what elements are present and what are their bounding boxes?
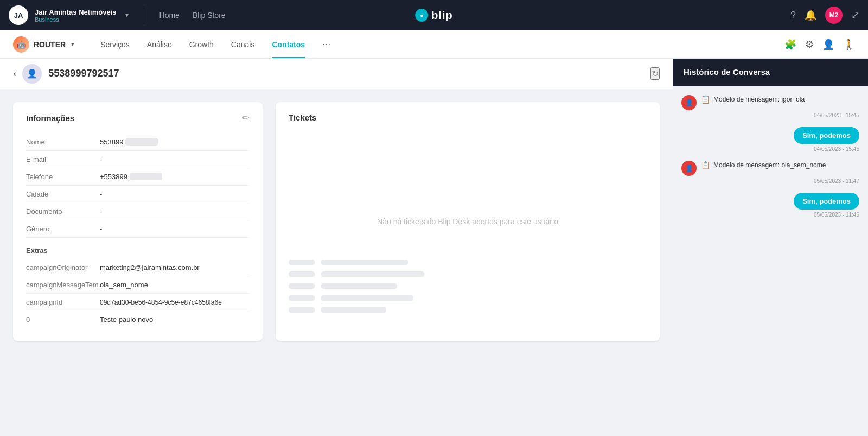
edit-button[interactable]: ✏ (242, 113, 250, 123)
info-card-title: Informações (26, 113, 74, 123)
label-cidade: Cidade (26, 190, 91, 198)
extras-row-3: 0 Teste paulo novo (26, 311, 250, 328)
info-card-header: Informações ✏ (26, 113, 250, 123)
main-area: ‹ 👤 5538999792517 ↻ Informações ✏ Nome 5… (0, 59, 673, 436)
skeleton-lg-5 (321, 307, 386, 313)
msg-avatar-2: 👤 (681, 161, 697, 176)
extras-label-1: campaignMessageTem… (26, 281, 91, 289)
help-button[interactable]: ? (790, 10, 796, 21)
label-genero: Gênero (26, 225, 91, 233)
msg-reply-1: Sim, podemos (794, 127, 859, 144)
blip-wordmark: blip (431, 9, 453, 22)
nome-blurred (125, 138, 158, 146)
top-nav-links: Home Blip Store (159, 11, 226, 20)
history-header: Histórico de Conversa (673, 59, 868, 86)
company-section: JA Jair Amintas Netimóveis Business ▾ Ho… (9, 5, 226, 25)
router-badge: 🤖 ROUTER ▾ (13, 36, 74, 53)
second-bar: 🤖 ROUTER ▾ Serviços Análise Growth Canai… (0, 30, 868, 59)
nav-link-blip-store[interactable]: Blip Store (193, 11, 226, 20)
template-label-2: Modelo de mensagem: ola_sem_nome (713, 161, 826, 169)
nav-item-canais[interactable]: Canais (231, 30, 255, 58)
skeleton-sm-2 (289, 271, 315, 277)
top-bar-right: ? 🔔 M2 ⤢ (790, 7, 859, 24)
nav-more-button[interactable]: ··· (322, 39, 330, 50)
skeleton-row-4 (289, 295, 647, 301)
router-icon: 🤖 (13, 36, 29, 53)
message-group-0: 👤 📋 Modelo de mensagem: igor_ola 04/05/2… (681, 95, 859, 118)
label-nome: Nome (26, 138, 91, 146)
skeleton-sm-1 (289, 260, 315, 265)
info-row-documento: Documento - (26, 203, 250, 220)
msg-reply-3: Sim, podemos (794, 193, 859, 210)
skeleton-sm-4 (289, 295, 315, 301)
value-email: - (100, 155, 250, 163)
msg-reply-timestamp-1: 04/05/2023 - 15:45 (814, 146, 859, 152)
history-messages: 👤 📋 Modelo de mensagem: igor_ola 04/05/2… (673, 86, 868, 436)
extras-value-0: marketing2@jairamintas.com.br (100, 263, 250, 271)
nav-link-home[interactable]: Home (159, 11, 180, 20)
contact-avatar: 👤 (22, 64, 42, 84)
skeleton-lg-3 (321, 283, 397, 289)
message-group-1: Sim, podemos 04/05/2023 - 15:45 (681, 127, 859, 152)
template-icon-0: 📋 (701, 95, 710, 104)
extras-row-2: campaignId 09d7ad30-be56-4854-9c5e-e87c4… (26, 294, 250, 311)
second-nav: Serviços Análise Growth Canais Contatos … (100, 30, 330, 58)
nav-item-contatos[interactable]: Contatos (272, 30, 305, 58)
info-row-telefone: Telefone +553899 (26, 168, 250, 186)
blip-dot-icon (415, 9, 428, 22)
telefone-blurred (130, 173, 162, 180)
company-name: Jair Amintas Netimóveis (35, 8, 117, 16)
template-icon-2: 📋 (701, 161, 710, 169)
extras-label-0: campaignOriginator (26, 263, 91, 271)
extras-row-1: campaignMessageTem… ola_sem_nome (26, 276, 250, 294)
back-button[interactable]: ‹ (13, 69, 16, 79)
skeleton-row-1 (289, 260, 647, 265)
user-avatar-button[interactable]: M2 (825, 7, 843, 24)
value-cidade: - (100, 190, 250, 198)
skeleton-lg-2 (321, 271, 424, 277)
msg-content-0: 📋 Modelo de mensagem: igor_ola (701, 95, 805, 104)
router-caret-icon[interactable]: ▾ (71, 41, 74, 48)
history-panel: Histórico de Conversa 👤 📋 Modelo de mens… (673, 59, 868, 436)
expand-button[interactable]: ⤢ (851, 9, 859, 21)
company-type: Business (35, 16, 117, 23)
nav-item-growth[interactable]: Growth (189, 30, 214, 58)
extras-row-0: campaignOriginator marketing2@jairaminta… (26, 259, 250, 276)
nav-item-servicos[interactable]: Serviços (100, 30, 130, 58)
info-card: Informações ✏ Nome 553899 E-mail - Telef… (13, 102, 263, 341)
nav-divider (144, 7, 144, 23)
msg-reply-timestamp-3: 05/05/2023 - 11:46 (814, 212, 859, 218)
skeleton-row-5 (289, 307, 647, 313)
extras-label-3: 0 (26, 315, 91, 324)
message-row-0: 👤 📋 Modelo de mensagem: igor_ola (681, 95, 859, 110)
nav-item-analise[interactable]: Análise (147, 30, 172, 58)
value-telefone: +553899 (100, 173, 250, 181)
skeleton-row-3 (289, 283, 647, 289)
message-row-2: 👤 📋 Modelo de mensagem: ola_sem_nome (681, 161, 859, 176)
msg-timestamp-0: 04/05/2023 - 15:45 (681, 112, 859, 118)
skeleton-row-2 (289, 271, 647, 277)
refresh-button[interactable]: ↻ (650, 67, 660, 80)
settings-icon[interactable]: ⚙ (805, 39, 814, 50)
notifications-button[interactable]: 🔔 (805, 9, 816, 21)
skeleton-rows (289, 260, 647, 319)
puzzle-icon[interactable]: 🧩 (784, 39, 796, 50)
extras-value-3: Teste paulo novo (100, 315, 250, 324)
tickets-card-header: Tickets (289, 113, 647, 122)
tickets-card: Tickets Não há tickets do Blip Desk aber… (276, 102, 660, 341)
info-row-nome: Nome 553899 (26, 134, 250, 151)
user-settings-icon[interactable]: 👤 (822, 39, 834, 50)
extras-value-2: 09d7ad30-be56-4854-9c5e-e87c4658fa6e (100, 299, 250, 306)
company-dropdown-chevron[interactable]: ▾ (125, 11, 129, 19)
person-icon[interactable]: 🚶 (843, 39, 855, 50)
company-logo: JA (9, 5, 28, 25)
template-label-0: Modelo de mensagem: igor_ola (713, 96, 805, 103)
value-documento: - (100, 207, 250, 216)
no-tickets-message: Não há tickets do Blip Desk abertos para… (377, 217, 558, 226)
company-info: Jair Amintas Netimóveis Business (35, 8, 117, 23)
info-row-genero: Gênero - (26, 220, 250, 238)
skeleton-sm-5 (289, 307, 315, 313)
router-label[interactable]: ROUTER (34, 40, 66, 49)
skeleton-lg-4 (321, 295, 413, 301)
message-group-2: 👤 📋 Modelo de mensagem: ola_sem_nome 05/… (681, 161, 859, 184)
